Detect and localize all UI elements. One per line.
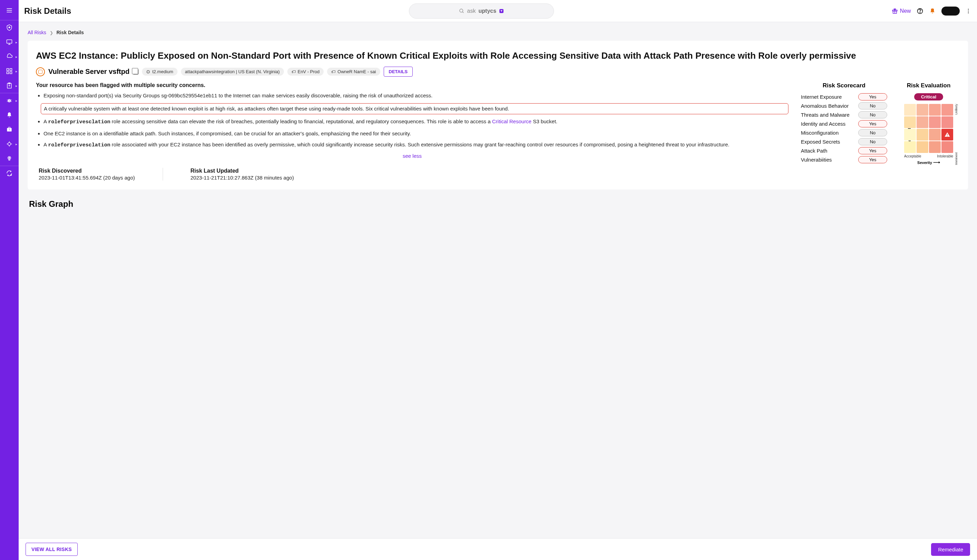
svg-point-3 bbox=[8, 27, 10, 28]
heatmap-cell bbox=[929, 117, 941, 128]
meta-discovered: Risk Discovered 2023-11-01T13:41:55.694Z… bbox=[39, 168, 135, 180]
scorecard-label: Identity and Access bbox=[801, 121, 845, 127]
heatmap-cell bbox=[904, 141, 916, 153]
breadcrumb-current: Risk Details bbox=[56, 30, 83, 35]
sidebar-item-clipboard[interactable]: ▸ bbox=[0, 78, 18, 93]
svg-point-40 bbox=[968, 10, 969, 12]
breadcrumb-parent-link[interactable]: All Risks bbox=[28, 30, 46, 35]
risk-title: AWS EC2 Instance: Publicly Exposed on No… bbox=[36, 50, 960, 62]
sidebar-item-bulb[interactable] bbox=[0, 151, 18, 166]
scorecard-row: Internet ExposureYes bbox=[801, 93, 887, 100]
heatmap-cell bbox=[917, 129, 928, 140]
sidebar: ▸ ▸ ▸ ▸ ▸ ! ▸ bbox=[0, 0, 18, 560]
svg-line-18 bbox=[11, 102, 12, 102]
bullet-0: Exposing non-standard port(s) via Securi… bbox=[43, 92, 789, 100]
sidebar-item-shield[interactable] bbox=[0, 20, 18, 35]
notifications-button[interactable] bbox=[929, 8, 936, 15]
scorecard-value-pill: No bbox=[858, 111, 887, 118]
content-scroll: All Risks ❯ Risk Details AWS EC2 Instanc… bbox=[18, 22, 977, 538]
scorecard-title: Risk Scorecard bbox=[801, 82, 887, 89]
chip-instance-type: t2.medium bbox=[142, 68, 177, 76]
chevron-right-icon: ❯ bbox=[50, 30, 53, 35]
scorecard-row: Threats and MalwareNo bbox=[801, 111, 887, 118]
svg-text:!: ! bbox=[9, 128, 10, 131]
tag-icon: 🏷 bbox=[331, 69, 335, 74]
sidebar-item-monitor[interactable]: ▸ bbox=[0, 35, 18, 49]
sidebar-item-cloud[interactable]: ▸ bbox=[0, 49, 18, 64]
new-button[interactable]: New bbox=[892, 8, 911, 14]
more-menu-button[interactable] bbox=[965, 8, 972, 14]
heatmap-cell bbox=[917, 141, 928, 153]
global-search[interactable]: ask uptycs bbox=[409, 3, 554, 18]
heatmap-cell bbox=[942, 117, 953, 128]
new-label: New bbox=[900, 8, 911, 14]
bell-alert-icon bbox=[929, 8, 936, 15]
sidebar-item-briefcase[interactable]: ! bbox=[0, 122, 18, 137]
bullet-2: A roleforprivesclation role accessing se… bbox=[43, 118, 789, 127]
kebab-icon bbox=[965, 8, 972, 14]
svg-rect-9 bbox=[7, 72, 9, 74]
sidebar-item-sync-gear[interactable] bbox=[0, 166, 18, 180]
search-icon bbox=[459, 8, 465, 14]
flag-heading: Your resource has been flagged with mult… bbox=[36, 82, 789, 88]
scorecard-value-pill: Yes bbox=[858, 147, 887, 154]
critical-resource-link[interactable]: Critical Resource bbox=[492, 118, 532, 124]
sidebar-item-apps[interactable]: ▸ bbox=[0, 64, 18, 78]
bullet-1-highlighted: A critically vulnerable system with at l… bbox=[43, 103, 789, 115]
risk-scorecard: Risk Scorecard Internet ExposureYesAnoma… bbox=[801, 82, 887, 165]
remediate-button[interactable]: Remediate bbox=[931, 543, 970, 556]
svg-rect-42 bbox=[147, 71, 149, 73]
scorecard-label: Misconfiguration bbox=[801, 130, 839, 136]
sidebar-item-bug[interactable]: ▸ bbox=[0, 93, 18, 108]
svg-line-30 bbox=[462, 12, 463, 13]
scorecard-value-pill: Yes bbox=[858, 93, 887, 100]
page-title: Risk Details bbox=[24, 6, 71, 16]
evaluation-title: Risk Evaluation bbox=[907, 82, 951, 89]
breadcrumb: All Risks ❯ Risk Details bbox=[28, 30, 968, 35]
see-less-toggle[interactable]: see less bbox=[36, 153, 789, 159]
search-placeholder-brand: uptycs bbox=[478, 8, 497, 14]
copy-resource-name-button[interactable] bbox=[133, 69, 138, 75]
alert-triangle-icon bbox=[944, 132, 950, 138]
x-tick-labels: Acceptable Intolerable bbox=[904, 154, 953, 158]
svg-point-39 bbox=[968, 8, 969, 10]
view-all-risks-button[interactable]: VIEW ALL RISKS bbox=[25, 543, 78, 556]
tag-icon: 🏷 bbox=[292, 69, 296, 74]
svg-rect-4 bbox=[7, 40, 12, 43]
svg-point-27 bbox=[8, 157, 10, 158]
heatmap-cell bbox=[929, 104, 941, 116]
sidebar-item-bell[interactable] bbox=[0, 108, 18, 122]
risk-bullets: Exposing non-standard port(s) via Securi… bbox=[36, 92, 789, 150]
svg-point-28 bbox=[10, 174, 12, 176]
svg-point-37 bbox=[931, 8, 931, 9]
help-button[interactable] bbox=[917, 8, 924, 15]
chip-tag-env: 🏷 EnV - Prod bbox=[287, 68, 324, 76]
scorecard-value-pill: No bbox=[858, 129, 887, 137]
risk-graph-title: Risk Graph bbox=[29, 199, 968, 209]
help-icon bbox=[917, 8, 924, 15]
details-button[interactable]: DETAILS bbox=[384, 67, 413, 77]
user-menu[interactable] bbox=[942, 7, 960, 15]
heatmap-cell bbox=[904, 117, 916, 128]
svg-point-52 bbox=[947, 136, 948, 137]
scorecard-value-pill: Yes bbox=[858, 156, 887, 163]
topbar: Risk Details ask uptycs New bbox=[18, 0, 977, 22]
heatmap-cell bbox=[917, 104, 928, 116]
scorecard-label: Attack Path bbox=[801, 148, 827, 153]
chip-tag-owner: 🏷 OwneR NamE - sai bbox=[327, 68, 380, 76]
svg-rect-7 bbox=[7, 69, 9, 71]
hamburger-menu-icon[interactable] bbox=[6, 4, 13, 20]
heatmap: Likelihood → Unlikely Imminent Acceptabl… bbox=[904, 104, 953, 165]
scorecard-row: Exposed SecretsNo bbox=[801, 138, 887, 145]
meta-row: Risk Discovered 2023-11-01T13:41:55.694Z… bbox=[36, 165, 789, 180]
scorecard-row: VulnerabiitiesYes bbox=[801, 156, 887, 163]
scorecard-row: Anomalous BehaviorNo bbox=[801, 102, 887, 110]
svg-rect-8 bbox=[10, 69, 12, 71]
critical-badge: Critical bbox=[914, 93, 943, 100]
scorecard-row: Identity and AccessYes bbox=[801, 120, 887, 127]
sidebar-item-target[interactable]: ▸ bbox=[0, 137, 18, 151]
svg-rect-10 bbox=[10, 72, 12, 74]
scorecard-label: Internet Exposure bbox=[801, 94, 842, 100]
y-tick-labels: Unlikely Imminent bbox=[955, 104, 958, 165]
heatmap-cell bbox=[942, 141, 953, 153]
